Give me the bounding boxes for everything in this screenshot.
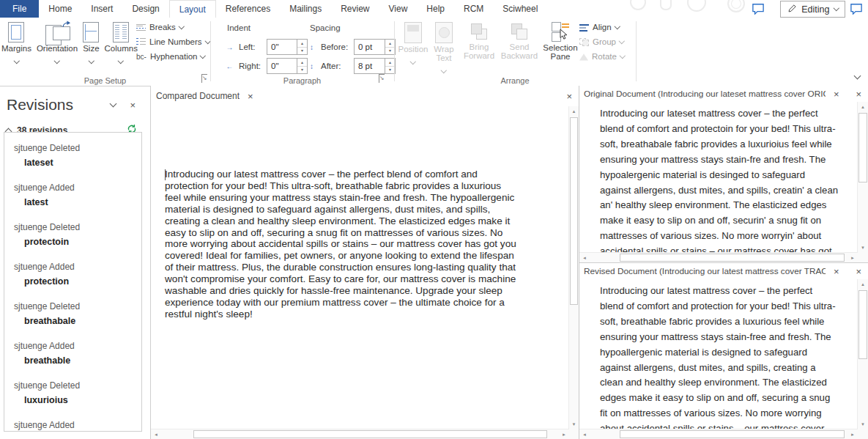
spacing-before-input[interactable]: 0 pt ▴ ▾ [354, 39, 396, 55]
spacing-after-input[interactable]: 8 pt ▴ ▾ [354, 58, 396, 74]
close-compared-pane-icon[interactable]: × [566, 92, 572, 101]
original-document-header: Original Document (Introducing our lates… [579, 86, 868, 102]
selection-pane-icon [550, 22, 571, 42]
orientation-button[interactable]: Orientation [37, 19, 78, 64]
revision-entry[interactable]: sjtuenge Added protection [4, 262, 141, 287]
revision-entry[interactable]: sjtuenge Deleted protectoin [4, 222, 141, 248]
revised-document-body[interactable]: Introducing our latest mattress cover – … [600, 284, 839, 429]
tab-help[interactable]: Help [417, 0, 454, 18]
close-original-pane-icon[interactable]: × [856, 89, 861, 99]
send-backward-icon [510, 22, 529, 41]
original-document-canvas[interactable]: Introducing our lateset mattress cover –… [579, 102, 858, 253]
original-document-body[interactable]: Introducing our lateset mattress cover –… [600, 106, 839, 253]
new-comment-icon[interactable] [850, 3, 863, 15]
columns-icon [113, 22, 129, 43]
tab-file[interactable]: File [0, 0, 39, 18]
revision-entry[interactable]: sjtuenge Added breathable [4, 341, 141, 366]
chevron-down-icon [54, 57, 60, 63]
revised-vertical-scrollbar[interactable]: ▲ ▼ [857, 279, 868, 429]
tab-design[interactable]: Design [122, 0, 168, 18]
spinner[interactable]: ▴ ▾ [297, 40, 307, 54]
revision-entry[interactable]: sjtuenge Deleted breathabale [4, 301, 141, 327]
collapse-ribbon-button[interactable] [855, 70, 860, 81]
scrollbar-thumb[interactable] [570, 117, 578, 305]
scrollbar-thumb[interactable] [858, 290, 867, 359]
spinner[interactable]: ▴ ▾ [385, 40, 395, 54]
indent-right-input[interactable]: 0" ▴ ▾ [267, 58, 308, 74]
columns-button[interactable]: Columns [105, 19, 138, 64]
scroll-left-icon: ◄ [579, 429, 590, 439]
close-original-tab-icon[interactable]: × [834, 89, 839, 99]
scrollbar-thumb[interactable] [858, 113, 867, 182]
revision-entry[interactable]: sjtuenge Added [4, 420, 141, 430]
close-revised-tab-icon[interactable]: × [834, 267, 839, 276]
chevron-down-icon [614, 23, 620, 29]
tab-mailings[interactable]: Mailings [280, 0, 331, 18]
scroll-up-icon: ▲ [858, 102, 868, 112]
chevron-down-icon [410, 58, 416, 64]
scrollbar-thumb[interactable] [620, 254, 845, 262]
close-compared-tab-icon[interactable]: × [248, 92, 253, 101]
tab-home[interactable]: Home [39, 0, 81, 18]
editing-label: Editing [801, 4, 829, 15]
revision-entry[interactable]: sjtuenge Deleted lateset [4, 143, 141, 169]
align-button[interactable]: Align [579, 23, 624, 32]
close-revisions-pane-icon[interactable]: × [130, 100, 136, 110]
scroll-right-icon: ► [559, 429, 569, 439]
original-horizontal-scrollbar[interactable]: ◄ ► [579, 252, 858, 262]
revision-entry[interactable]: sjtuenge Added latest [4, 182, 141, 208]
revised-document-pane: Revised Document (Introducing our latest… [579, 262, 868, 439]
position-button: Position [399, 19, 427, 65]
page-break-icon [136, 23, 146, 32]
group-divider [210, 21, 211, 81]
tab-sciwheel[interactable]: Sciwheel [493, 0, 547, 18]
align-icon [579, 23, 589, 32]
revised-document-header: Revised Document (Introducing our latest… [579, 263, 868, 279]
tab-references[interactable]: References [216, 0, 280, 18]
spinner[interactable]: ▴ ▾ [385, 59, 395, 73]
scrollbar-thumb[interactable] [620, 430, 845, 438]
comments-icon[interactable] [752, 3, 765, 15]
scroll-down-icon: ▼ [858, 419, 868, 429]
indent-left-input[interactable]: 0" ▴ ▾ [267, 39, 308, 55]
selection-pane-button[interactable]: Selection Pane [541, 19, 579, 61]
tab-view[interactable]: View [379, 0, 418, 18]
close-revised-pane-icon[interactable]: × [856, 267, 861, 276]
page-setup-dialog-launcher[interactable]: ↘ [199, 73, 209, 84]
paragraph-dialog-launcher[interactable]: ↘ [376, 73, 387, 84]
tab-review[interactable]: Review [331, 0, 379, 18]
original-vertical-scrollbar[interactable]: ▲ ▼ [857, 102, 868, 253]
text-cursor [165, 169, 166, 180]
line-numbers-button[interactable]: Line Numbers [136, 37, 209, 46]
chevron-down-icon [88, 57, 94, 63]
hyphenation-button[interactable]: Hyphenation [136, 52, 209, 61]
pane-options-chevron-icon[interactable] [110, 100, 117, 108]
revision-entry[interactable]: sjtuenge Deleted luxurioius [4, 380, 141, 406]
compared-vertical-scrollbar[interactable]: ▲ ▼ [568, 106, 579, 429]
chevron-down-icon [620, 53, 626, 59]
editing-mode-button[interactable]: Editing [780, 1, 845, 18]
ribbon-layout-tab-content: Margins Orientation Size Columns [0, 18, 868, 86]
spacing-after-icon: ↕ [306, 62, 317, 70]
size-button[interactable]: Size [83, 19, 99, 64]
tab-insert[interactable]: Insert [81, 0, 122, 18]
scroll-left-icon: ◄ [151, 429, 161, 439]
margins-button[interactable]: Margins [1, 19, 31, 64]
compared-horizontal-scrollbar[interactable]: ◄ ► [151, 429, 569, 439]
chevron-down-icon [833, 5, 839, 11]
revised-horizontal-scrollbar[interactable]: ◄ ► [579, 429, 858, 439]
orientation-icon [45, 22, 70, 43]
paragraph-group-label: Paragraph [210, 76, 394, 85]
tab-layout[interactable]: Layout [169, 0, 216, 18]
scrollbar-thumb[interactable] [193, 430, 547, 438]
revised-document-title: Revised Document (Introducing our latest… [584, 266, 826, 276]
breaks-button[interactable]: Breaks [136, 23, 209, 32]
wrap-text-icon [435, 22, 453, 43]
compared-document-canvas[interactable]: Introducing our latest mattress cover – … [151, 106, 569, 429]
rotate-button: Rotate [579, 52, 624, 61]
indent-left-icon: → [224, 43, 235, 51]
compared-document-body[interactable]: Introducing our latest mattress cover – … [165, 169, 518, 320]
tab-rcm[interactable]: RCM [454, 0, 493, 18]
revised-document-canvas[interactable]: Introducing our latest mattress cover – … [579, 279, 858, 429]
spinner[interactable]: ▴ ▾ [297, 59, 307, 73]
